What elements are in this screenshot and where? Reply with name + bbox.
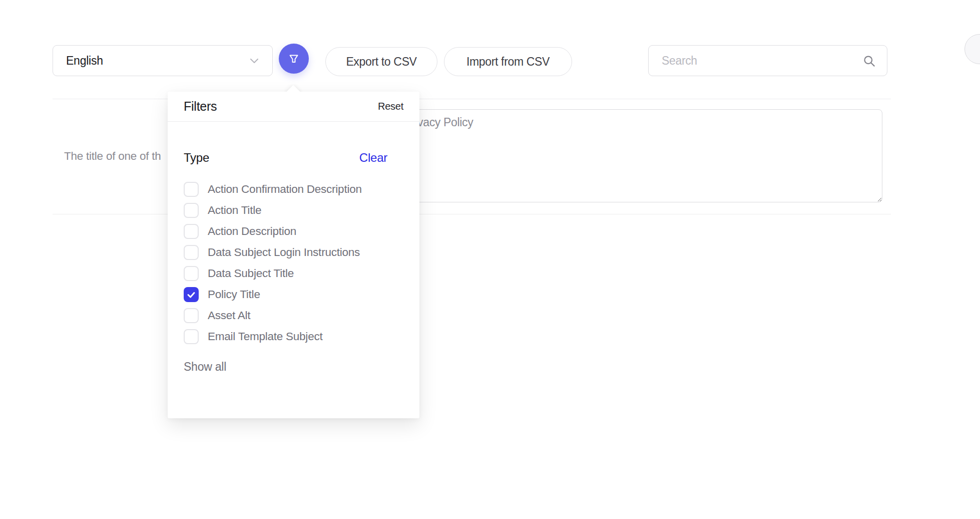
filter-option-label: Action Description [208, 225, 296, 238]
show-all-button[interactable]: Show all [168, 360, 226, 374]
filter-button[interactable] [279, 44, 309, 74]
checkbox[interactable] [184, 224, 199, 239]
chevron-down-icon [248, 55, 260, 67]
filter-option-label: Data Subject Login Instructions [208, 246, 360, 259]
translation-value-textarea[interactable]: Privacy Policy [394, 109, 882, 202]
search-icon[interactable] [862, 54, 876, 68]
filter-option-label: Data Subject Title [208, 267, 294, 280]
filter-option[interactable]: Action Confirmation Description [168, 179, 419, 200]
translations-page: English Export to CSV Import from CSV Th… [0, 0, 980, 519]
export-csv-button[interactable]: Export to CSV [325, 47, 437, 76]
filters-popover-title: Filters [184, 99, 217, 114]
filter-option[interactable]: Action Title [168, 200, 419, 221]
filter-option-label: Email Template Subject [208, 330, 322, 343]
filter-option[interactable]: Action Description [168, 221, 419, 242]
import-csv-button[interactable]: Import from CSV [444, 47, 572, 76]
search-input[interactable] [662, 54, 862, 68]
language-select-value: English [66, 54, 103, 68]
language-select[interactable]: English [53, 45, 273, 76]
checkbox[interactable] [184, 329, 199, 344]
checkbox[interactable] [184, 266, 199, 281]
search-box [648, 45, 887, 76]
popover-divider [168, 121, 419, 122]
filter-option-label: Asset Alt [208, 309, 250, 322]
filter-option-label: Action Title [208, 204, 261, 217]
checkbox[interactable] [184, 308, 199, 323]
checkbox-checked[interactable] [184, 287, 199, 302]
checkbox[interactable] [184, 245, 199, 260]
filter-option[interactable]: Data Subject Title [168, 263, 419, 284]
clear-type-filters-button[interactable]: Clear [359, 151, 387, 165]
filter-option[interactable]: Data Subject Login Instructions [168, 242, 419, 263]
filter-option-label: Policy Title [208, 288, 260, 301]
filters-popover: Filters Reset Type Clear Action Confirma… [168, 92, 419, 418]
filter-option[interactable]: Asset Alt [168, 305, 419, 326]
filter-option[interactable]: Policy Title [168, 284, 419, 305]
reset-filters-button[interactable]: Reset [378, 101, 403, 112]
filter-option[interactable]: Email Template Subject [168, 326, 419, 347]
funnel-icon [286, 51, 301, 66]
popover-arrow [284, 84, 302, 92]
filter-option-label: Action Confirmation Description [208, 183, 362, 196]
checkbox[interactable] [184, 203, 199, 218]
check-icon [186, 289, 197, 300]
avatar[interactable] [964, 34, 980, 64]
checkbox[interactable] [184, 182, 199, 197]
filter-options-list: Action Confirmation DescriptionAction Ti… [168, 179, 419, 347]
filter-section-title: Type [184, 151, 209, 165]
translation-key-description: The title of one of th [64, 150, 161, 163]
